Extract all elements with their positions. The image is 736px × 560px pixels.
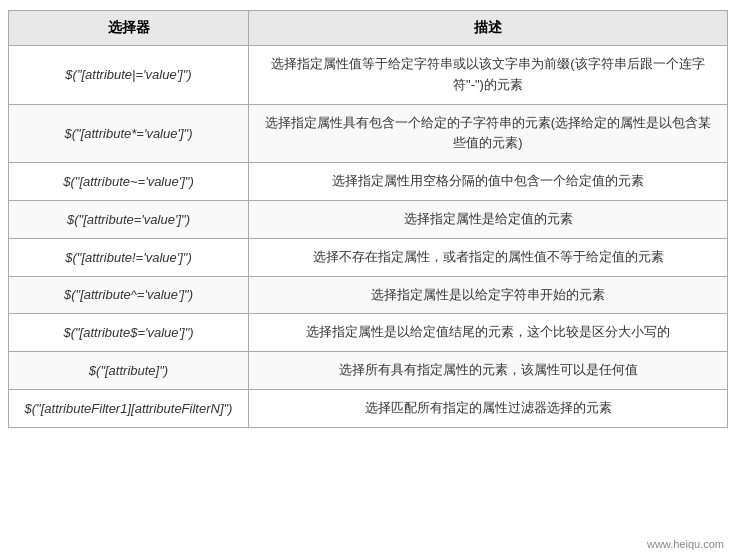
header-selector: 选择器 bbox=[9, 11, 249, 46]
selector-cell: $("[attribute~='value']") bbox=[9, 163, 249, 201]
selector-cell: $("[attributeFilter1][attributeFilterN]"… bbox=[9, 389, 249, 427]
selector-cell: $("[attribute|='value']") bbox=[9, 46, 249, 105]
selector-cell: $("[attribute^='value']") bbox=[9, 276, 249, 314]
table-row: $("[attribute]")选择所有具有指定属性的元素，该属性可以是任何值 bbox=[9, 352, 728, 390]
table-row: $("[attribute!='value']")选择不存在指定属性，或者指定的… bbox=[9, 238, 728, 276]
selector-cell: $("[attribute]") bbox=[9, 352, 249, 390]
table-row: $("[attribute*='value']")选择指定属性具有包含一个给定的… bbox=[9, 104, 728, 163]
description-cell: 选择所有具有指定属性的元素，该属性可以是任何值 bbox=[249, 352, 728, 390]
table-row: $("[attribute$='value']")选择指定属性是以给定值结尾的元… bbox=[9, 314, 728, 352]
table-row: $("[attribute|='value']")选择指定属性值等于给定字符串或… bbox=[9, 46, 728, 105]
description-cell: 选择匹配所有指定的属性过滤器选择的元素 bbox=[249, 389, 728, 427]
description-cell: 选择指定属性值等于给定字符串或以该文字串为前缀(该字符串后跟一个连字符"-")的… bbox=[249, 46, 728, 105]
description-cell: 选择指定属性是给定值的元素 bbox=[249, 200, 728, 238]
selector-cell: $("[attribute$='value']") bbox=[9, 314, 249, 352]
description-cell: 选择指定属性用空格分隔的值中包含一个给定值的元素 bbox=[249, 163, 728, 201]
table-row: $("[attribute~='value']")选择指定属性用空格分隔的值中包… bbox=[9, 163, 728, 201]
table-row: $("[attributeFilter1][attributeFilterN]"… bbox=[9, 389, 728, 427]
watermark: www.heiqu.com bbox=[643, 536, 728, 552]
description-cell: 选择指定属性是以给定字符串开始的元素 bbox=[249, 276, 728, 314]
selector-cell: $("[attribute*='value']") bbox=[9, 104, 249, 163]
description-cell: 选择指定属性是以给定值结尾的元素，这个比较是区分大小写的 bbox=[249, 314, 728, 352]
selector-cell: $("[attribute='value']") bbox=[9, 200, 249, 238]
table-row: $("[attribute^='value']")选择指定属性是以给定字符串开始… bbox=[9, 276, 728, 314]
table-row: $("[attribute='value']")选择指定属性是给定值的元素 bbox=[9, 200, 728, 238]
description-cell: 选择不存在指定属性，或者指定的属性值不等于给定值的元素 bbox=[249, 238, 728, 276]
main-container: 选择器 描述 $("[attribute|='value']")选择指定属性值等… bbox=[0, 0, 736, 458]
selector-cell: $("[attribute!='value']") bbox=[9, 238, 249, 276]
table-header-row: 选择器 描述 bbox=[9, 11, 728, 46]
selectors-table: 选择器 描述 $("[attribute|='value']")选择指定属性值等… bbox=[8, 10, 728, 428]
header-description: 描述 bbox=[249, 11, 728, 46]
description-cell: 选择指定属性具有包含一个给定的子字符串的元素(选择给定的属性是以包含某些值的元素… bbox=[249, 104, 728, 163]
